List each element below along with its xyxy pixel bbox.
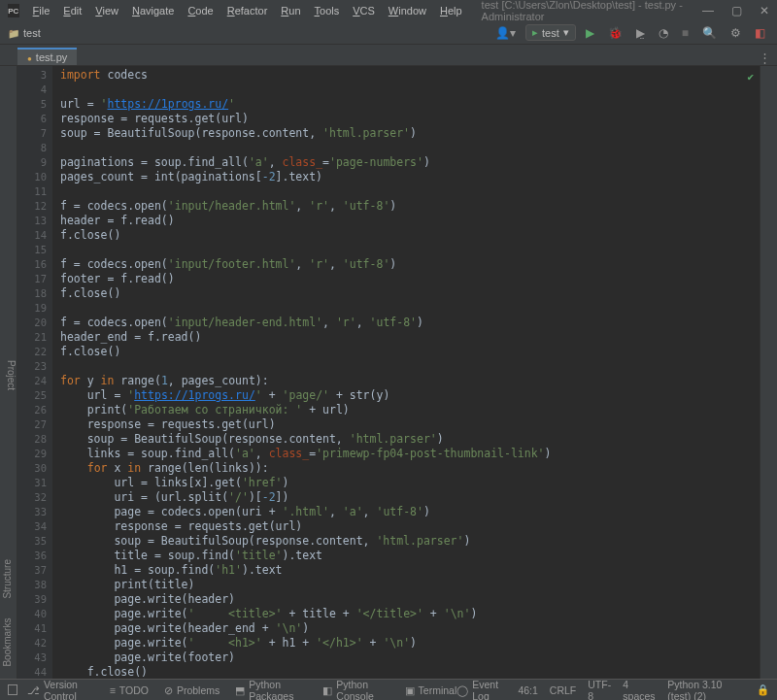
tab-more-icon[interactable]: ⋮ <box>759 50 771 65</box>
menu-file[interactable]: File <box>27 3 56 18</box>
run-button[interactable]: ▶ <box>582 24 598 42</box>
menu-vcs[interactable]: VCS <box>347 3 381 18</box>
main-menu: FileEditViewNavigateCodeRefactorRunTools… <box>27 3 468 18</box>
line-gutter: 3 4 5 6 7 8 9 10 11 12 13 14 15 16 17 18… <box>17 66 52 679</box>
python-console-tool[interactable]: ◧ Python Console <box>322 679 388 701</box>
close-button[interactable]: ✕ <box>760 4 769 17</box>
run-config-name: test <box>542 27 559 39</box>
project-tool[interactable]: Project <box>6 360 17 390</box>
code-area[interactable]: import codecs url = 'https://1progs.ru/'… <box>52 66 760 679</box>
todo-tool[interactable]: ≡ TODO <box>110 684 149 696</box>
search-button[interactable]: 🔍 <box>698 24 721 42</box>
indent-settings[interactable]: 4 spaces <box>623 679 656 701</box>
inspection-ok-icon[interactable]: ✔ <box>747 70 754 84</box>
caret-position[interactable]: 46:1 <box>518 684 537 696</box>
debug-button[interactable]: 🐞 <box>604 24 626 42</box>
right-tool-strip <box>760 66 777 679</box>
menu-view[interactable]: View <box>89 3 124 18</box>
folder-icon <box>8 27 19 39</box>
menu-refactor[interactable]: Refactor <box>221 3 274 18</box>
navigation-bar: test 👤▾ ▸ test ▾ ▶ 🐞 ▶̤ ◔ ■ 🔍 ⚙ ◧ <box>0 21 777 45</box>
menu-run[interactable]: Run <box>275 3 306 18</box>
tab-label: test.py <box>36 51 67 63</box>
chevron-down-icon: ▾ <box>563 26 569 39</box>
menu-tools[interactable]: Tools <box>309 3 346 18</box>
window-title: test [C:\Users\Zlon\Desktop\test] - test… <box>482 0 702 22</box>
menu-edit[interactable]: Edit <box>57 3 87 18</box>
status-bar: ⎇ Version Control ≡ TODO ⊘ Problems ⬒ Py… <box>0 679 777 700</box>
profile-button[interactable]: ◔ <box>655 24 672 42</box>
problems-tool[interactable]: ⊘ Problems <box>164 684 220 696</box>
run-configuration[interactable]: ▸ test ▾ <box>525 24 576 41</box>
tool-windows-icon[interactable] <box>8 684 17 695</box>
event-log-tool[interactable]: ◯ Event Log <box>456 679 506 701</box>
menu-window[interactable]: Window <box>383 3 432 18</box>
structure-tool[interactable]: Structure <box>2 559 16 599</box>
maximize-button[interactable]: ▢ <box>731 4 742 17</box>
lock-icon[interactable]: 🔒 <box>757 683 769 696</box>
breadcrumb-project[interactable]: test <box>23 27 41 39</box>
line-separator[interactable]: CRLF <box>550 684 576 696</box>
titlebar: PC FileEditViewNavigateCodeRefactorRunTo… <box>0 0 777 21</box>
ide-scripting-button[interactable]: ◧ <box>751 24 769 42</box>
file-encoding[interactable]: UTF-8 <box>588 679 611 701</box>
menu-code[interactable]: Code <box>182 3 219 18</box>
code-editor[interactable]: ✔ 3 4 5 6 7 8 9 10 11 12 13 14 15 16 17 … <box>17 66 760 679</box>
settings-button[interactable]: ⚙ <box>726 24 745 42</box>
version-control-tool[interactable]: ⎇ Version Control <box>27 679 94 701</box>
coverage-button[interactable]: ▶̤ <box>632 24 649 42</box>
python-packages-tool[interactable]: ⬒ Python Packages <box>235 679 307 701</box>
minimize-button[interactable]: — <box>702 4 714 17</box>
menu-help[interactable]: Help <box>434 3 468 18</box>
app-logo: PC <box>8 4 19 17</box>
terminal-tool[interactable]: ▣ Terminal <box>405 684 457 696</box>
run-config-icon: ▸ <box>532 26 538 39</box>
python-file-icon <box>27 51 32 63</box>
user-icon[interactable]: 👤▾ <box>491 24 520 42</box>
tab-test-py[interactable]: test.py <box>17 48 77 65</box>
stop-button[interactable]: ■ <box>678 24 693 42</box>
python-interpreter[interactable]: Python 3.10 (test) (2) <box>667 679 745 701</box>
editor-tabs: test.py ⋮ <box>0 45 777 66</box>
menu-navigate[interactable]: Navigate <box>126 3 180 18</box>
bookmarks-tool[interactable]: Bookmarks <box>2 618 16 667</box>
